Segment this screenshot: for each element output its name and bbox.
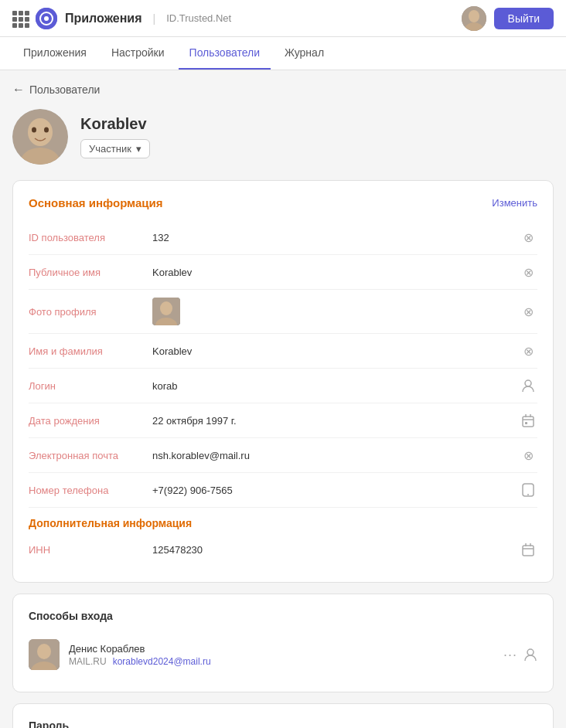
card-header-basic: Основная информация Изменить (29, 196, 537, 209)
svg-point-23 (527, 649, 534, 655)
icon-dob (519, 411, 537, 430)
nav-item-journal[interactable]: Журнал (274, 37, 335, 70)
login-avatar (29, 639, 60, 670)
nav-item-settings[interactable]: Настройки (101, 37, 176, 70)
svg-rect-15 (523, 417, 534, 427)
user-avatar-top[interactable] (462, 6, 486, 31)
svg-point-9 (32, 128, 36, 133)
topbar-divider: | (153, 12, 156, 25)
label-phone: Номер телефона (29, 485, 152, 496)
role-badge[interactable]: Участник ▾ (80, 139, 150, 158)
breadcrumb-label[interactable]: Пользователи (29, 83, 100, 96)
profile-avatar (12, 109, 68, 165)
value-full-name: Korablev (152, 345, 519, 357)
label-inn: ИНН (29, 544, 152, 556)
value-inn: 125478230 (152, 544, 519, 556)
label-user-id: ID пользователя (29, 232, 152, 243)
card-header-login: Способы входа (29, 610, 537, 622)
svg-rect-19 (523, 546, 534, 556)
basic-info-title: Основная информация (29, 196, 163, 209)
svg-point-18 (527, 494, 529, 495)
value-login: korab (152, 380, 519, 392)
field-photo: Фото профиля ⊗ (29, 290, 537, 334)
person-icon (523, 648, 537, 662)
basic-info-card: Основная информация Изменить ID пользова… (12, 180, 554, 583)
app-title: Приложения (65, 12, 142, 26)
login-methods-title: Способы входа (29, 610, 113, 622)
svg-point-7 (28, 118, 53, 146)
field-email: Электронная почта nsh.korablev@mail.ru ⊗ (29, 438, 537, 473)
svg-point-4 (469, 10, 479, 22)
nav-item-apps[interactable]: Приложения (12, 37, 97, 70)
login-email: korablevd2024@mail.ru (113, 656, 211, 667)
breadcrumb: ← Пользователи (12, 83, 554, 97)
svg-rect-16 (525, 422, 527, 424)
login-service: MAIL.RU (69, 656, 107, 667)
main-content: ← Пользователи Korablev Участник ▾ Основ… (0, 70, 566, 728)
grid-icon[interactable] (12, 11, 28, 26)
svg-point-10 (44, 128, 49, 133)
svg-point-12 (160, 301, 172, 315)
login-details: Денис Кораблев MAIL.RU korablevd2024@mai… (69, 643, 494, 667)
label-photo: Фото профиля (29, 306, 152, 318)
icon-inn (519, 540, 537, 559)
field-dob: Дата рождения 22 октября 1997 г. (29, 403, 537, 438)
nav-item-users[interactable]: Пользователи (179, 37, 271, 70)
additional-info-title: Дополнительная информация (29, 517, 537, 529)
value-public-name: Korablev (152, 267, 519, 278)
role-label: Участник (89, 143, 131, 155)
label-email: Электронная почта (29, 450, 152, 461)
app-logo (36, 8, 57, 29)
login-name: Денис Кораблев (69, 643, 494, 655)
field-full-name: Имя и фамилия Korablev ⊗ (29, 334, 537, 369)
label-full-name: Имя и фамилия (29, 345, 152, 357)
icon-public-name: ⊗ (519, 263, 537, 281)
value-email: nsh.korablev@mail.ru (152, 450, 519, 461)
label-login: Логин (29, 380, 152, 392)
field-phone: Номер телефона +7(922) 906-7565 (29, 473, 537, 508)
icon-phone (519, 481, 537, 499)
svg-point-14 (525, 380, 531, 386)
profile-info: Korablev Участник ▾ (80, 115, 150, 158)
profile-header: Korablev Участник ▾ (12, 109, 554, 165)
edit-basic-link[interactable]: Изменить (492, 197, 537, 209)
value-phone: +7(922) 906-7565 (152, 485, 519, 496)
icon-email: ⊗ (519, 446, 537, 464)
login-entry: Денис Кораблев MAIL.RU korablevd2024@mai… (29, 633, 537, 676)
topbar-right: Выйти (462, 6, 554, 31)
icon-photo: ⊗ (519, 302, 537, 321)
topbar: Приложения | ID.Trusted.Net Выйти (0, 0, 566, 37)
icon-login (519, 376, 537, 395)
card-header-password: Пароль 22 октября 2024 г. Изменить (29, 719, 537, 728)
icon-user-id: ⊗ (519, 228, 537, 247)
icon-full-name: ⊗ (519, 342, 537, 360)
field-user-id: ID пользователя 132 ⊗ (29, 220, 537, 255)
exit-button[interactable]: Выйти (494, 8, 554, 29)
password-info: Пароль 22 октября 2024 г. (29, 719, 106, 728)
topbar-left: Приложения | ID.Trusted.Net (12, 8, 231, 29)
profile-thumb (152, 298, 180, 325)
label-public-name: Публичное имя (29, 267, 152, 278)
svg-point-2 (44, 16, 49, 21)
chevron-down-icon: ▾ (136, 143, 142, 155)
profile-name: Korablev (80, 115, 150, 133)
password-title: Пароль (29, 719, 106, 728)
field-inn: ИНН 125478230 (29, 532, 537, 566)
more-icon[interactable]: ··· (503, 647, 517, 663)
field-login: Логин korab (29, 369, 537, 403)
value-user-id: 132 (152, 232, 519, 243)
login-methods-card: Способы входа Денис Кораблев MAIL.RU kor… (12, 594, 554, 692)
field-public-name: Публичное имя Korablev ⊗ (29, 255, 537, 290)
login-actions: ··· (503, 647, 537, 663)
login-meta: MAIL.RU korablevd2024@mail.ru (69, 656, 494, 667)
password-card: Пароль 22 октября 2024 г. Изменить (12, 703, 554, 728)
back-arrow[interactable]: ← (12, 83, 25, 97)
value-photo (152, 298, 519, 325)
svg-point-21 (37, 644, 51, 659)
navbar: Приложения Настройки Пользователи Журнал (0, 37, 566, 70)
label-dob: Дата рождения (29, 415, 152, 427)
value-dob: 22 октября 1997 г. (152, 415, 519, 427)
site-label: ID.Trusted.Net (166, 12, 231, 24)
